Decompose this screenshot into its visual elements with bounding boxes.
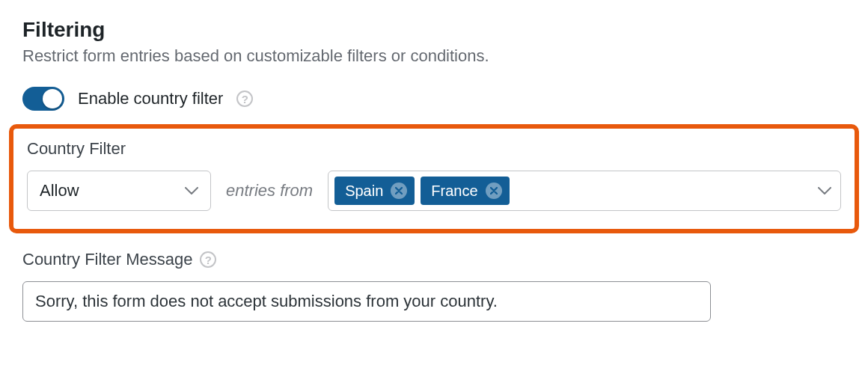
entries-from-text: entries from — [226, 181, 313, 200]
enable-country-filter-row: Enable country filter ? — [22, 87, 846, 111]
country-tag-label: France — [431, 183, 477, 200]
country-filter-highlight-box: Country Filter Allow entries from Spain … — [9, 124, 859, 233]
country-multi-select[interactable]: Spain France — [328, 171, 841, 211]
help-icon[interactable]: ? — [236, 91, 253, 107]
country-filter-label-text: Country Filter — [27, 139, 126, 159]
filter-action-value: Allow — [40, 181, 79, 200]
country-tag-label: Spain — [345, 183, 383, 200]
enable-country-filter-label: Enable country filter — [78, 89, 223, 108]
help-icon[interactable]: ? — [200, 251, 216, 268]
remove-tag-icon[interactable] — [391, 183, 407, 199]
country-tag-spain: Spain — [334, 177, 415, 205]
message-label-text: Country Filter Message — [22, 250, 192, 269]
enable-country-filter-toggle[interactable] — [22, 87, 64, 111]
remove-tag-icon[interactable] — [486, 183, 502, 199]
section-description: Restrict form entries based on customiza… — [22, 46, 846, 66]
country-filter-message-label: Country Filter Message ? — [22, 250, 846, 269]
chevron-down-icon — [185, 187, 198, 195]
country-tag-france: France — [421, 177, 509, 205]
message-value: Sorry, this form does not accept submiss… — [35, 292, 498, 311]
country-filter-row: Allow entries from Spain France — [27, 171, 841, 211]
toggle-knob — [43, 89, 62, 108]
filter-action-select[interactable]: Allow — [27, 171, 211, 211]
chevron-down-icon — [818, 187, 831, 195]
country-filter-message-input[interactable]: Sorry, this form does not accept submiss… — [22, 281, 711, 322]
country-filter-label: Country Filter — [27, 139, 841, 159]
section-title: Filtering — [22, 18, 846, 42]
